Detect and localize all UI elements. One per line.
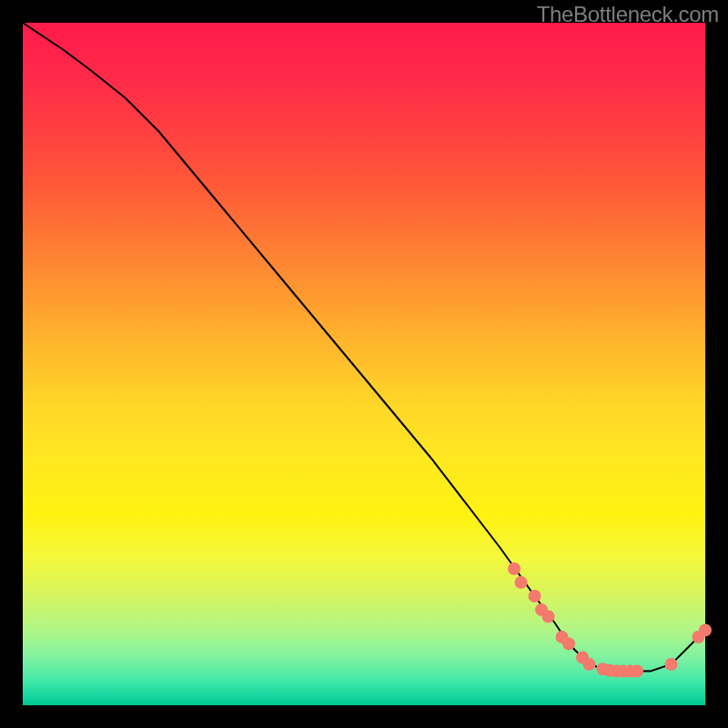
- data-point: [542, 611, 555, 623]
- chart-frame: TheBottleneck.com: [0, 0, 728, 728]
- chart-svg: [23, 23, 705, 705]
- data-point: [699, 624, 712, 637]
- data-points: [508, 562, 712, 678]
- data-point: [529, 590, 541, 602]
- data-point: [631, 665, 643, 678]
- data-point: [583, 658, 596, 671]
- watermark-text: TheBottleneck.com: [537, 2, 719, 27]
- curve-line: [23, 23, 705, 672]
- data-point: [508, 562, 521, 575]
- data-point: [562, 638, 575, 651]
- data-point: [665, 658, 678, 671]
- plot-area: [23, 23, 705, 705]
- data-point: [515, 576, 528, 589]
